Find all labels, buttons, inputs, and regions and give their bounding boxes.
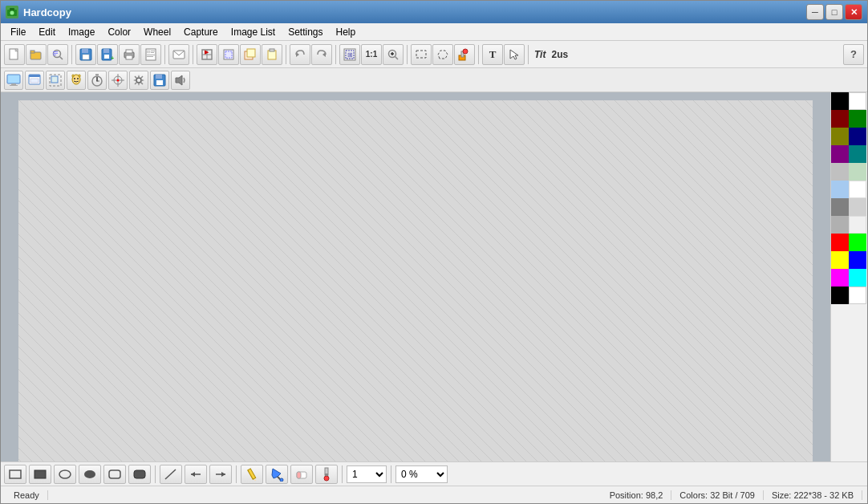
capture-free-button[interactable] <box>67 71 86 90</box>
cursor-button[interactable] <box>504 44 525 65</box>
color-white[interactable] <box>849 92 866 110</box>
capture-special-button[interactable]: ▶ <box>197 44 217 65</box>
color-lime[interactable] <box>849 234 866 251</box>
menu-image[interactable]: Image <box>62 25 101 39</box>
menu-bar: File Edit Image Color Wheel Capture Imag… <box>1 23 867 41</box>
menu-edit[interactable]: Edit <box>32 25 62 39</box>
pencil-button[interactable] <box>241 465 263 484</box>
canvas[interactable] <box>18 100 813 461</box>
opacity-select[interactable]: 0 % 25 % 50 % 75 % 100 % <box>395 465 448 483</box>
color-gray2[interactable] <box>831 216 849 234</box>
color-lightgray[interactable] <box>849 198 866 216</box>
color-silver[interactable] <box>831 163 849 181</box>
paste-button[interactable] <box>262 44 282 65</box>
color-purple[interactable] <box>831 145 849 163</box>
palette-row-2 <box>831 128 867 145</box>
line-button[interactable] <box>160 465 182 484</box>
canvas-area[interactable] <box>1 92 830 461</box>
rect-filled-button[interactable] <box>29 465 51 484</box>
color-blue[interactable] <box>849 251 866 269</box>
svg-rect-56 <box>29 75 40 77</box>
select-rect-button[interactable] <box>411 44 432 65</box>
font-tit-label[interactable]: Tit <box>532 49 548 60</box>
menu-image-list[interactable]: Image List <box>225 25 282 39</box>
zoom-view-button[interactable] <box>47 44 68 65</box>
arrow-right-button[interactable] <box>209 465 232 484</box>
palette-row-7 <box>831 216 867 234</box>
text-icon: T <box>489 48 497 61</box>
font-2us-label[interactable]: 2us <box>549 49 570 60</box>
capture-region-button[interactable] <box>46 71 65 90</box>
color-mint[interactable] <box>849 163 866 181</box>
palette-row-5 <box>831 181 867 198</box>
capture-toolbar <box>1 68 867 92</box>
zoom-in-button[interactable] <box>383 44 404 65</box>
pick-color-button[interactable] <box>454 44 475 65</box>
color-olive[interactable] <box>831 128 849 145</box>
capture-window-button[interactable] <box>25 71 44 90</box>
menu-wheel[interactable]: Wheel <box>137 25 177 39</box>
color-white2[interactable] <box>849 181 866 198</box>
svg-point-50 <box>463 49 468 54</box>
paste-region-button[interactable] <box>240 44 261 65</box>
draw-sep3 <box>342 465 343 483</box>
menu-file[interactable]: File <box>4 25 32 39</box>
menu-settings[interactable]: Settings <box>282 25 329 39</box>
eraser-button[interactable] <box>290 465 313 484</box>
preview-button[interactable] <box>140 44 161 65</box>
new-button[interactable] <box>4 44 25 65</box>
color-gray[interactable] <box>831 198 849 216</box>
timer-button[interactable] <box>87 71 107 90</box>
color-white3[interactable] <box>849 287 866 304</box>
color-black[interactable] <box>831 92 849 110</box>
status-colors: Colors: 32 Bit / 709 <box>671 490 764 500</box>
email-button[interactable] <box>168 44 189 65</box>
color-navy[interactable] <box>849 128 866 145</box>
menu-capture[interactable]: Capture <box>177 25 225 39</box>
zoom-11-button[interactable]: 1:1 <box>361 44 382 65</box>
color-black2[interactable] <box>831 287 849 304</box>
draw-sep4 <box>391 465 391 483</box>
print-button[interactable] <box>119 44 140 65</box>
capture-screen-button[interactable] <box>4 71 23 90</box>
fill-button[interactable] <box>266 465 288 484</box>
clipboard-button[interactable] <box>218 44 239 65</box>
line-width-select[interactable]: 1 2 3 4 5 <box>347 465 387 483</box>
menu-help[interactable]: Help <box>330 25 363 39</box>
palette-row-11 <box>831 287 867 304</box>
color-cyan[interactable] <box>849 269 866 287</box>
minimize-button[interactable]: ─ <box>806 4 824 20</box>
save-button[interactable] <box>75 44 96 65</box>
color-yellow[interactable] <box>831 251 849 269</box>
arrow-left-button[interactable] <box>185 465 207 484</box>
capture-settings-button[interactable] <box>129 71 148 90</box>
rect-outline-button[interactable] <box>4 465 26 484</box>
close-button[interactable]: ✕ <box>845 4 862 20</box>
color-red[interactable] <box>831 234 849 251</box>
select-region-button[interactable] <box>432 44 453 65</box>
quick-save-button[interactable] <box>150 71 169 90</box>
color-teal[interactable] <box>849 145 866 163</box>
color-magenta[interactable] <box>831 269 849 287</box>
crosshair-button[interactable] <box>108 71 128 90</box>
undo-button[interactable] <box>290 44 310 65</box>
ellipse-filled-button[interactable] <box>79 465 101 484</box>
rounded-rect-button[interactable] <box>103 465 126 484</box>
color-skyblue[interactable] <box>831 181 849 198</box>
maximize-button[interactable]: □ <box>825 4 843 20</box>
color-nearwhite[interactable] <box>849 216 866 234</box>
help-button[interactable]: ? <box>843 44 864 65</box>
color-picker-button[interactable] <box>315 465 338 484</box>
menu-color[interactable]: Color <box>101 25 137 39</box>
color-darkgreen[interactable] <box>849 110 866 128</box>
rounded-rect-filled-button[interactable] <box>128 465 151 484</box>
text-button[interactable]: T <box>482 44 503 65</box>
open-button[interactable] <box>26 44 47 65</box>
zoom-fit-button[interactable]: ⊞ <box>339 44 360 65</box>
ellipse-outline-button[interactable] <box>54 465 76 484</box>
color-darkred[interactable] <box>831 110 849 128</box>
redo-button[interactable] <box>311 44 332 65</box>
svg-rect-13 <box>83 55 89 59</box>
sound-button[interactable] <box>171 71 190 90</box>
save-as-button[interactable]: + <box>97 44 118 65</box>
